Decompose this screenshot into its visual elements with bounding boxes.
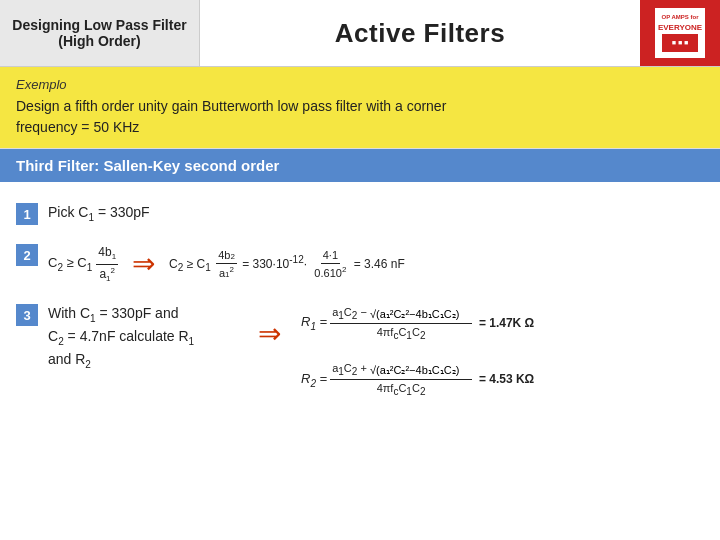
step-2-number: 2 — [16, 244, 38, 266]
r1-result: = 1.47K Ω — [479, 314, 534, 332]
sqrt-formula-r2: √(a₁²C₂²−4b₁C₁C₂) — [370, 359, 470, 379]
page-title: Active Filters — [335, 18, 505, 49]
step-3-arrow: ⇒ — [258, 313, 281, 355]
header: Designing Low Pass Filter (High Order) A… — [0, 0, 720, 67]
step-3-text-line1: With C1 = 330pF and — [48, 303, 248, 326]
header-left-title: Designing Low Pass Filter (High Order) — [0, 0, 200, 66]
content-area: 1 Pick C1 = 330pF 2 C2 ≥ C1 4b1 a12 ⇒ C2 — [0, 182, 720, 428]
step-3-text-line2: C2 = 4.7nF calculate R1 — [48, 326, 248, 349]
third-filter-heading: Third Filter: Sallen-Key second order — [0, 149, 720, 182]
step-2-formula: C2 ≥ C1 4b1 a12 ⇒ C2 ≥ C1 4b2 a12 = 330·… — [48, 243, 405, 285]
header-line1: Designing Low Pass Filter — [12, 17, 186, 33]
step-1: 1 Pick C1 = 330pF — [16, 202, 704, 225]
book-cover-image: OP AMPS for EVERYONE ■ ■ ■ — [655, 8, 705, 58]
step-3-content: With C1 = 330pF and C2 = 4.7nF calculate… — [48, 303, 534, 400]
header-center: Active Filters — [200, 0, 640, 66]
sqrt-formula-r1: √(a₁²C₂²−4b₁C₁C₂) — [370, 303, 470, 323]
header-line2: (High Order) — [58, 33, 140, 49]
step-1-text: Pick C1 = 330pF — [48, 202, 150, 225]
step-1-number: 1 — [16, 203, 38, 225]
step-2: 2 C2 ≥ C1 4b1 a12 ⇒ C2 ≥ C1 4b2 a12 — [16, 243, 704, 285]
exemplo-line2: frequency = 50 KHz — [16, 119, 139, 135]
header-book-cover: OP AMPS for EVERYONE ■ ■ ■ — [640, 0, 720, 66]
step-3-number: 3 — [16, 304, 38, 326]
svg-text:√(a₁²C₂²−4b₁C₁C₂): √(a₁²C₂²−4b₁C₁C₂) — [370, 308, 459, 320]
svg-text:√(a₁²C₂²−4b₁C₁C₂): √(a₁²C₂²−4b₁C₁C₂) — [370, 364, 459, 376]
exemplo-label: Exemplo — [16, 77, 704, 92]
step-2-arrow: ⇒ — [132, 243, 155, 285]
step-3-formulas: R1 = a1C2 − √(a₁²C₂²−4b₁C₁C₂) 4πfcC1C2 =… — [301, 303, 534, 400]
r2-result: = 4.53 KΩ — [479, 370, 534, 388]
header-title-text: Designing Low Pass Filter (High Order) — [12, 17, 186, 49]
exemplo-section: Exemplo Design a fifth order unity gain … — [0, 67, 720, 149]
exemplo-line1: Design a fifth order unity gain Butterwo… — [16, 98, 446, 114]
exemplo-text: Design a fifth order unity gain Butterwo… — [16, 96, 704, 138]
step-3: 3 With C1 = 330pF and C2 = 4.7nF calcula… — [16, 303, 704, 400]
step-3-text-line3: and R2 — [48, 349, 248, 372]
